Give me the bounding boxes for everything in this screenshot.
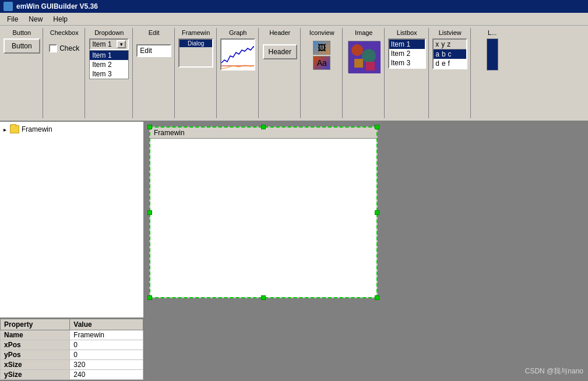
framewin-demo-body [179, 47, 212, 66]
widget-group-listbox: Listbox Item 1 Item 2 Item 3 [386, 28, 429, 118]
iconview-item-1: Aa [313, 56, 330, 70]
listview-group-label: Listview [439, 29, 462, 36]
widget-group-checkbox: Checkbox Check [44, 28, 85, 118]
property-col-header: Property [1, 319, 70, 330]
handle-tl[interactable] [147, 125, 152, 129]
listview-header: x y z [434, 40, 466, 50]
handle-ml[interactable] [147, 210, 152, 215]
menu-new[interactable]: New [24, 14, 47, 24]
framewin-demo[interactable]: Dialog [178, 38, 213, 68]
widget-group-last: L... [472, 28, 513, 118]
dropdown-group-label: Dropdown [94, 29, 124, 36]
dropdown-list: Item 1 Item 2 Item 3 [89, 50, 129, 79]
handle-br[interactable] [375, 295, 379, 300]
property-value-4: 240 [70, 370, 143, 380]
menu-file[interactable]: File [2, 14, 23, 24]
listview-row-1: d e f [434, 59, 466, 68]
widget-group-iconview: Iconview 🖼 Aa [302, 28, 343, 118]
iconview-demo[interactable]: 🖼 Aa [313, 41, 330, 70]
widget-group-framewin: Framewin Dialog [176, 28, 217, 118]
listview-demo[interactable]: x y z a b c d e f [432, 38, 467, 69]
value-col-header: Value [70, 319, 143, 330]
dropdown-item-2[interactable]: Item 3 [90, 69, 128, 79]
property-name-3: xSize [1, 360, 70, 370]
button-group-label: Button [12, 29, 31, 36]
listview-cell-02: c [448, 50, 452, 58]
handle-tr[interactable] [375, 125, 379, 129]
header-demo[interactable]: Header [263, 44, 297, 59]
listview-row-0: a b c [434, 50, 466, 59]
dropdown-item-1[interactable]: Item 2 [90, 60, 128, 69]
listview-col-0: x [435, 40, 439, 48]
canvas-framewin[interactable]: Framewin [149, 126, 378, 298]
last-group-label: L... [488, 29, 497, 36]
property-value-2: 0 [70, 350, 143, 360]
header-group-label: Header [269, 29, 290, 36]
property-value-3: 320 [70, 360, 143, 370]
listview-cell-01: b [442, 50, 446, 58]
dropdown-item-0[interactable]: Item 1 [90, 51, 128, 60]
svg-point-2 [351, 44, 363, 56]
handle-bm[interactable] [261, 295, 266, 300]
listview-col-1: y [441, 40, 445, 48]
listbox-demo[interactable]: Item 1 Item 2 Item 3 [388, 38, 426, 69]
property-row-3: xSize320 [1, 360, 143, 370]
dropdown-selected-text: Item 1 [92, 40, 111, 48]
graph-demo[interactable] [220, 38, 255, 70]
iconview-group-label: Iconview [309, 29, 335, 36]
widget-group-edit: Edit Edit [134, 28, 175, 118]
widget-toolbar: Button Button Checkbox Check Dropdown It… [0, 26, 588, 122]
title-bar: emWin GUIBuilder V5.36 [0, 0, 588, 13]
tree-area: ▸ Framewin [0, 122, 143, 318]
last-widget-demo[interactable] [487, 38, 498, 70]
image-group-label: Image [355, 29, 373, 36]
widget-group-header: Header Header [260, 28, 301, 118]
listbox-item-2[interactable]: Item 3 [389, 58, 425, 68]
listview-cell-10: d [435, 59, 439, 68]
property-name-1: xPos [1, 340, 70, 350]
canvas-framewin-body [150, 139, 376, 295]
svg-rect-5 [366, 62, 375, 70]
button-widget[interactable]: Button [3, 38, 40, 54]
image-demo[interactable] [348, 41, 380, 73]
graph-group-label: Graph [229, 29, 247, 36]
property-value-0: Framewin [70, 330, 143, 340]
edit-group-label: Edit [149, 29, 160, 36]
checkbox-demo[interactable]: Check [49, 44, 79, 52]
property-name-4: ySize [1, 370, 70, 380]
dropdown-arrow-icon[interactable]: ▼ [117, 40, 126, 48]
widget-group-graph: Graph [218, 28, 259, 118]
title-text: emWin GUIBuilder V5.36 [16, 2, 98, 10]
widget-group-button: Button Button [1, 28, 43, 118]
handle-bl[interactable] [147, 295, 152, 300]
property-row-4: ySize240 [1, 370, 143, 380]
listview-cell-00: a [435, 50, 439, 58]
menu-help[interactable]: Help [48, 14, 72, 24]
listbox-item-1[interactable]: Item 2 [389, 49, 425, 58]
tree-expand-icon: ▸ [3, 126, 6, 133]
handle-tm[interactable] [261, 125, 266, 129]
dropdown-demo[interactable]: Item 1 ▼ Item 1 Item 2 Item 3 [89, 38, 129, 79]
iconview-icon-1: Aa [313, 56, 330, 70]
listbox-group-label: Listbox [397, 29, 417, 36]
widget-group-listview: Listview x y z a b c d e f [430, 28, 471, 118]
checkbox-label: Check [59, 44, 79, 52]
property-row-1: xPos0 [1, 340, 143, 350]
dropdown-selected[interactable]: Item 1 ▼ [89, 38, 129, 50]
tree-item-label: Framewin [22, 125, 52, 133]
listbox-item-0[interactable]: Item 1 [389, 40, 425, 49]
edit-demo[interactable]: Edit [136, 44, 171, 57]
iconview-icon-0: 🖼 [313, 41, 330, 55]
property-name-2: yPos [1, 350, 70, 360]
framewin-group-label: Framewin [182, 29, 210, 36]
widget-group-image: Image [344, 28, 385, 118]
handle-mr[interactable] [375, 210, 379, 215]
app-icon [3, 2, 13, 11]
tree-item-framewin[interactable]: ▸ Framewin [2, 124, 141, 135]
listview-col-2: z [447, 40, 450, 48]
iconview-item-0: 🖼 [313, 41, 330, 55]
menu-bar: File New Help [0, 13, 588, 26]
canvas-area[interactable]: Framewin CSDN @我与nano [145, 122, 588, 381]
property-panel: Property Value NameFramewinxPos0yPos0xSi… [0, 318, 143, 380]
property-table: Property Value NameFramewinxPos0yPos0xSi… [0, 319, 143, 380]
